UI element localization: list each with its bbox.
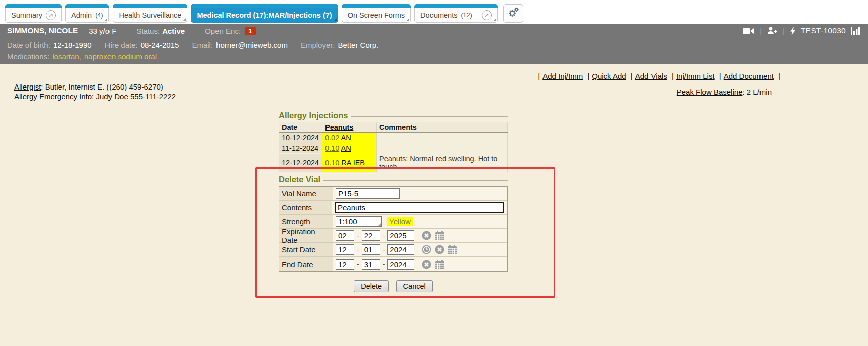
- clear-date-icon[interactable]: [435, 245, 444, 254]
- end-month-input[interactable]: [336, 259, 354, 270]
- add-person-icon[interactable]: [767, 27, 778, 35]
- open-enc-badge[interactable]: 1: [245, 27, 256, 35]
- reaction-code-link[interactable]: IEB: [353, 159, 365, 167]
- injection-row: 11-12-2024 0.10 AN: [279, 143, 508, 154]
- col-header-comments: Comments: [377, 122, 508, 133]
- employer-value: Better Corp.: [338, 41, 378, 49]
- contents-row: Contents: [279, 201, 507, 215]
- contents-input[interactable]: [335, 202, 504, 213]
- add-document-link[interactable]: Add Document: [724, 72, 774, 80]
- reaction-text: RA: [341, 159, 351, 167]
- inj-imm-list-link[interactable]: Inj/Imm List: [676, 72, 715, 80]
- calendar-icon[interactable]: [435, 231, 445, 240]
- tab-summary-label: Summary: [11, 11, 42, 19]
- dob-label: Date of birth:: [7, 41, 50, 49]
- calendar-icon[interactable]: [447, 245, 457, 254]
- tab-admin-count: (4): [95, 12, 103, 19]
- delete-button[interactable]: Delete: [354, 280, 389, 292]
- allergy-emergency-link[interactable]: Allergy Emergency Info: [14, 92, 92, 101]
- peak-flow-baseline: Peak Flow Baseline: 2 L/min: [677, 88, 772, 96]
- tab-health-surveillance[interactable]: Health Surveillance: [113, 4, 187, 23]
- chart-id: TEST-10030: [801, 26, 846, 35]
- patient-header: SIMMONS, NICOLE 33 y/o F Status: Active …: [0, 24, 868, 64]
- start-month-input[interactable]: [336, 244, 354, 255]
- start-year-input[interactable]: [387, 244, 414, 255]
- delete-vial-highlight-box: Delete Vial Vial Name Contents Strength …: [255, 167, 555, 298]
- email-label: Email:: [192, 41, 213, 49]
- employer-label: Employer:: [301, 41, 335, 49]
- medication-link-losartan[interactable]: losartan: [52, 52, 79, 61]
- tab-on-screen-forms[interactable]: On Screen Forms: [342, 4, 411, 23]
- expiration-date-row: Expiration Date - -: [279, 229, 507, 243]
- end-date-label: End Date: [279, 257, 333, 271]
- calendar-icon[interactable]: [435, 260, 445, 269]
- video-camera-icon[interactable]: [743, 27, 754, 35]
- dose-link[interactable]: 0.02: [325, 134, 339, 142]
- tab-medical-label: Medical Record (17):MAR/Injections (7): [197, 11, 332, 19]
- clear-date-icon[interactable]: [422, 231, 431, 240]
- end-day-input[interactable]: [362, 259, 380, 270]
- expiration-day-input[interactable]: [362, 230, 380, 241]
- tab-admin-label: Admin: [71, 11, 92, 19]
- tab-forms-label: On Screen Forms: [348, 11, 405, 19]
- bar-chart-icon[interactable]: [851, 27, 861, 35]
- mar-injections-page: |Add Inj/Imm |Quick Add |Add Vials |Inj/…: [0, 64, 868, 346]
- status-label: Status:: [136, 27, 160, 35]
- allergist-link[interactable]: Allergist: [14, 82, 41, 91]
- action-links: |Add Inj/Imm |Quick Add |Add Vials |Inj/…: [535, 72, 783, 80]
- hire-date-label: Hire date:: [105, 41, 138, 49]
- start-date-row: Start Date - -: [279, 243, 507, 257]
- tab-admin[interactable]: Admin (4): [65, 4, 109, 23]
- allergist-value: : Butler, Internist E. ((260) 459-6270): [41, 82, 163, 91]
- dose-link[interactable]: 0.10: [325, 159, 339, 167]
- popout-icon[interactable]: ↗: [482, 10, 492, 20]
- settings-button[interactable]: [503, 4, 523, 23]
- delete-vial-form: Vial Name Contents Strength Yellow Expir…: [279, 186, 508, 272]
- tab-medical-record[interactable]: Medical Record (17):MAR/Injections (7): [191, 4, 338, 23]
- tab-health-label: Health Surveillance: [119, 11, 181, 19]
- add-inj-imm-link[interactable]: Add Inj/Imm: [542, 72, 583, 80]
- expiration-month-input[interactable]: [336, 230, 354, 241]
- patient-header-row2: Date of birth: 12-18-1990 Hire date: 08-…: [0, 38, 868, 51]
- reaction-code-link[interactable]: AN: [341, 144, 351, 152]
- add-vials-link[interactable]: Add Vials: [635, 72, 667, 80]
- tab-documents-label: Documents: [420, 11, 457, 19]
- allergy-contact-info: Allergist: Butler, Internist E. ((260) 4…: [14, 82, 176, 101]
- end-year-input[interactable]: [387, 259, 414, 270]
- expiration-year-input[interactable]: [387, 230, 414, 241]
- strength-label: Strength: [279, 215, 333, 228]
- allergy-injections-table: Date Peanuts Comments 10-12-2024 0.02 AN…: [279, 122, 508, 172]
- clear-date-icon[interactable]: [422, 260, 431, 269]
- tab-summary[interactable]: Summary ↗: [5, 4, 62, 23]
- status-value: Active: [162, 27, 185, 35]
- clock-icon[interactable]: [422, 245, 431, 254]
- end-date-row: End Date - -: [279, 257, 507, 271]
- col-header-date: Date: [279, 122, 322, 133]
- hire-date-value: 08-24-2015: [141, 41, 179, 49]
- reaction-code-link[interactable]: AN: [341, 134, 351, 142]
- email-value: horner@mieweb.com: [216, 41, 288, 49]
- tab-documents[interactable]: Documents (12) ↗: [414, 4, 498, 23]
- popout-icon[interactable]: ↗: [46, 10, 56, 20]
- contents-label: Contents: [279, 201, 332, 214]
- dose-link[interactable]: 0.10: [325, 144, 339, 152]
- allergy-emergency-value: : Judy Doe 555-111-2222: [92, 92, 176, 101]
- start-date-label: Start Date: [279, 243, 333, 256]
- peak-flow-link[interactable]: Peak Flow Baseline: [677, 88, 743, 96]
- injection-row: 10-12-2024 0.02 AN: [279, 133, 508, 143]
- quick-add-link[interactable]: Quick Add: [592, 72, 626, 80]
- gears-icon: [507, 7, 519, 21]
- strength-input[interactable]: [336, 216, 382, 227]
- patient-header-row3: Medications: losartan,naproxen sodium or…: [0, 51, 868, 64]
- cancel-button[interactable]: Cancel: [396, 280, 433, 292]
- tab-documents-count: (12): [461, 12, 472, 19]
- col-header-peanuts-link[interactable]: Peanuts: [325, 123, 353, 131]
- medication-link-naproxen[interactable]: naproxen sodium oral: [84, 52, 157, 61]
- vial-name-input[interactable]: [336, 188, 400, 199]
- delete-vial-title: Delete Vial: [279, 175, 320, 184]
- patient-age-sex: 33 y/o F: [89, 27, 116, 35]
- start-day-input[interactable]: [362, 244, 380, 255]
- tab-divider: [477, 9, 477, 21]
- medications-label: Medications:: [7, 52, 49, 61]
- lightning-icon[interactable]: [790, 27, 796, 35]
